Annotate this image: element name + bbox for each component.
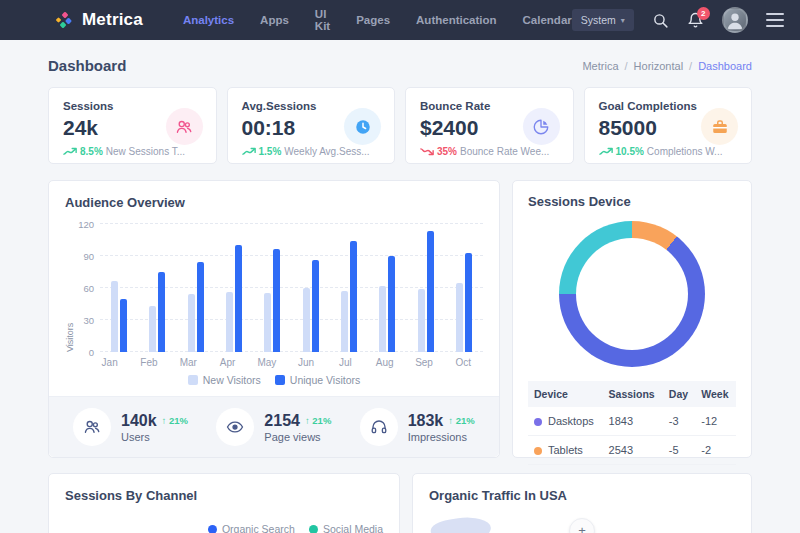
stat-card-avg-sessions: Avg.Sessions 00:18 1.5% Weekly Avg.Sess.… bbox=[227, 87, 396, 164]
xtick-feb: Feb bbox=[129, 357, 168, 368]
bar-groups bbox=[100, 224, 483, 352]
stat-card-bounce-rate: Bounce Rate $2400 35% Bounce Rate Wee... bbox=[405, 87, 574, 164]
search-button[interactable] bbox=[652, 12, 669, 29]
brand-name: Metrica bbox=[82, 10, 143, 30]
bar-group-sep bbox=[406, 231, 444, 352]
device-name: Tablets bbox=[528, 436, 603, 465]
audience-overview-card: Audience Overview Visitors 0306090120 Ja… bbox=[48, 180, 500, 458]
nav-item-authentication[interactable]: Authentication bbox=[416, 14, 497, 26]
nav-item-analytics[interactable]: Analytics bbox=[183, 14, 234, 26]
device-row-dasktops: Dasktops 1843 -3 -12 bbox=[528, 407, 736, 436]
nav-menu: AnalyticsAppsUI KitPagesAuthenticationCa… bbox=[183, 8, 572, 32]
footer-stat-label: Users bbox=[121, 431, 188, 443]
bar-unique-visitors bbox=[273, 249, 280, 352]
briefcase-icon bbox=[701, 108, 738, 145]
audience-bar-chart: Visitors 0306090120 bbox=[65, 224, 483, 352]
bar-unique-visitors bbox=[350, 241, 357, 352]
nav-item-pages[interactable]: Pages bbox=[356, 14, 390, 26]
channel-legend-organic-search: Organic Search bbox=[208, 523, 295, 533]
metrica-dashboard: Metrica AnalyticsAppsUI KitPagesAuthenti… bbox=[0, 0, 800, 533]
device-name: Dasktops bbox=[528, 407, 603, 436]
breadcrumb-row: Dashboard Metrica/Horizontal/Dashboard bbox=[48, 40, 752, 87]
footer-stat-trend: ↑ 21% bbox=[305, 415, 331, 426]
bar-new-visitors bbox=[379, 286, 386, 352]
device-table-header: DeviceSassionsDayWeek bbox=[528, 381, 736, 407]
nav-item-calendar[interactable]: Calendar bbox=[523, 14, 572, 26]
breadcrumb-separator: / bbox=[625, 60, 628, 72]
nav-item-ui-kit[interactable]: UI Kit bbox=[315, 8, 330, 32]
nav-item-apps[interactable]: Apps bbox=[260, 14, 289, 26]
footer-stat-trend: ↑ 21% bbox=[162, 415, 188, 426]
ytick: 30 bbox=[83, 315, 94, 326]
bar-group-jan bbox=[100, 281, 138, 352]
bar-new-visitors bbox=[226, 292, 233, 352]
xtick-jul: Jul bbox=[326, 357, 365, 368]
bar-new-visitors bbox=[341, 291, 348, 352]
bar-group-mar bbox=[177, 262, 215, 352]
sessions-device-donut bbox=[559, 221, 705, 367]
bar-group-apr bbox=[215, 245, 253, 352]
device-day: -5 bbox=[663, 436, 695, 465]
device-week: -2 bbox=[695, 436, 736, 465]
breadcrumb-item-dashboard[interactable]: Dashboard bbox=[698, 60, 752, 72]
legend-label: Unique Visitors bbox=[290, 374, 360, 386]
bar-unique-visitors bbox=[235, 245, 242, 352]
legend-swatch bbox=[275, 375, 285, 385]
footer-stat-label: Page views bbox=[264, 431, 331, 443]
usa-map-fragment bbox=[429, 514, 492, 533]
hamburger-menu-button[interactable] bbox=[766, 13, 784, 27]
xtick-jun: Jun bbox=[286, 357, 325, 368]
bar-unique-visitors bbox=[312, 260, 319, 352]
legend-label: Organic Search bbox=[222, 523, 295, 533]
footer-stat-page-views: 2154 ↑ 21% Page views bbox=[202, 408, 345, 446]
chevron-down-icon: ▾ bbox=[621, 16, 625, 25]
footer-stat-label: Impressions bbox=[408, 431, 475, 443]
audience-footer-stats: 140k ↑ 21% Users 2154 ↑ 21% Page views 1… bbox=[49, 396, 499, 457]
breadcrumb-item-horizontal[interactable]: Horizontal bbox=[634, 60, 684, 72]
device-col-device: Device bbox=[528, 381, 603, 407]
legend-unique-visitors: Unique Visitors bbox=[275, 374, 360, 386]
breadcrumb-item-metrica[interactable]: Metrica bbox=[582, 60, 618, 72]
audience-overview-title: Audience Overview bbox=[65, 195, 483, 210]
footer-stat-trend: ↑ 21% bbox=[448, 415, 474, 426]
brand[interactable]: Metrica bbox=[55, 10, 143, 30]
nav-right: System ▾ 2 bbox=[572, 7, 784, 33]
xtick-apr: Apr bbox=[208, 357, 247, 368]
xtick-aug: Aug bbox=[365, 357, 404, 368]
device-row-tablets: Tablets 2543 -5 -2 bbox=[528, 436, 736, 465]
footer-stat-impressions: 183k ↑ 21% Impressions bbox=[346, 408, 489, 446]
bar-group-oct bbox=[445, 253, 483, 352]
bar-group-jul bbox=[330, 241, 368, 352]
device-dot bbox=[534, 418, 542, 426]
bar-unique-visitors bbox=[158, 272, 165, 352]
user-avatar[interactable] bbox=[722, 7, 748, 33]
legend-dot bbox=[208, 525, 217, 533]
footer-stat-users: 140k ↑ 21% Users bbox=[59, 408, 202, 446]
device-sessions: 1843 bbox=[603, 407, 663, 436]
map-zoom-in-button[interactable]: + bbox=[569, 518, 595, 533]
device-week: -12 bbox=[695, 407, 736, 436]
eye-icon bbox=[216, 408, 254, 446]
bar-unique-visitors bbox=[120, 299, 127, 352]
bar-unique-visitors bbox=[465, 253, 472, 352]
device-sessions: 2543 bbox=[603, 436, 663, 465]
chart-ylabel: Visitors bbox=[65, 224, 75, 352]
stat-cards-row: Sessions 24k 8.5% New Sessions T... Avg.… bbox=[48, 87, 752, 164]
ytick: 0 bbox=[89, 347, 94, 358]
users-icon bbox=[166, 108, 203, 145]
device-col-sassions: Sassions bbox=[603, 381, 663, 407]
ytick: 60 bbox=[83, 283, 94, 294]
legend-label: Social Media bbox=[323, 523, 383, 533]
bar-new-visitors bbox=[264, 293, 271, 352]
sessions-device-title: Sessions Device bbox=[528, 194, 736, 209]
stat-card-goal-completions: Goal Completions 85000 10.5% Completions… bbox=[584, 87, 753, 164]
bar-unique-visitors bbox=[197, 262, 204, 352]
xtick-jan: Jan bbox=[90, 357, 129, 368]
system-dropdown[interactable]: System ▾ bbox=[572, 9, 634, 31]
legend-new-visitors: New Visitors bbox=[188, 374, 261, 386]
stat-trend: 10.5% Completions W... bbox=[599, 146, 738, 157]
notifications-button[interactable]: 2 bbox=[687, 12, 704, 29]
bar-group-feb bbox=[138, 272, 176, 352]
sessions-by-channel-title: Sessions By Channel bbox=[65, 488, 383, 503]
bar-group-jun bbox=[291, 260, 329, 352]
